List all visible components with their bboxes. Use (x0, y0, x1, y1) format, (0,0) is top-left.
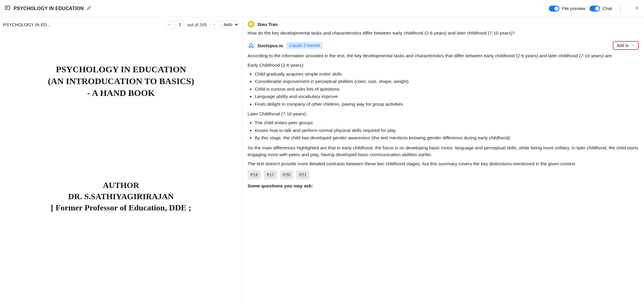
page-tag[interactable]: P20 (280, 170, 293, 179)
page-input[interactable] (175, 20, 184, 29)
list-item: Knows how to talk and perform normal phy… (255, 127, 639, 134)
list-item: The child enters peer groups (255, 120, 639, 126)
bot-intro: According to the information provided in… (248, 52, 639, 59)
preview-pane: PSYCHOLOGY IN ED... out of 265 Auto PSYC… (0, 17, 242, 304)
main-content: PSYCHOLOGY IN ED... out of 265 Auto PSYC… (0, 17, 644, 304)
bot-response: According to the information provided in… (248, 52, 639, 189)
more-menu-icon[interactable]: ⋮ (616, 4, 625, 13)
list-item: Child gradually acquires simple motor sk… (255, 71, 639, 77)
file-preview-toggle-group: File preview (549, 6, 585, 12)
doc-title-1: PSYCHOLOGY IN EDUCATION (24, 64, 218, 74)
header-left: PSYCHOLOGY IN EDUCATION (5, 5, 91, 12)
chat-pane[interactable]: D Dieu Tran How do the key developmental… (242, 17, 644, 304)
doc-author-label: AUTHOR (24, 181, 218, 190)
pager: out of 265 Auto (165, 20, 239, 29)
doc-title-2: (AN INTRODUCATION TO BASICS) (24, 76, 218, 86)
divider (629, 5, 629, 12)
early-childhood-label: Early Childhood (2-6 years): (248, 62, 639, 68)
document-page: PSYCHOLOGY IN EDUCATION (AN INTRODUCATIO… (0, 32, 242, 304)
preview-title: PSYCHOLOGY IN ED... (3, 22, 50, 27)
list-item: By this stage, the child has developed g… (255, 135, 639, 141)
svg-rect-0 (6, 6, 10, 9)
later-childhood-list: The child enters peer groups Knows how t… (255, 120, 639, 141)
user-avatar: D (248, 21, 255, 28)
header-right: File preview Chat ⋮ (549, 4, 639, 13)
bot-msg-header: Doctopus.io Claude 3 Sonnet Add to (248, 41, 639, 50)
bot-name: Doctopus.io (258, 43, 283, 48)
document-icon (5, 5, 11, 12)
bot-avatar-icon (248, 42, 255, 49)
user-question: How do the key developmental tasks and c… (248, 30, 639, 36)
list-item: Language ability and vocabulary improve (255, 93, 639, 100)
early-childhood-list: Child gradually acquires simple motor sk… (255, 71, 639, 107)
user-name: Dieu Tran (258, 22, 278, 27)
chat-toggle-group: Chat (589, 6, 612, 12)
page-tags: P19 P17 P20 P21 (248, 170, 639, 179)
preview-toolbar: PSYCHOLOGY IN ED... out of 265 Auto (0, 17, 242, 32)
close-icon[interactable] (633, 6, 639, 12)
followup-label: Some questions you may ask: (248, 182, 639, 189)
file-preview-toggle[interactable] (549, 6, 559, 12)
zoom-select[interactable]: Auto (220, 20, 239, 29)
list-item: Finds delight in company of other childr… (255, 101, 639, 107)
list-item: Considerable improvement in perceptual a… (255, 78, 639, 85)
document-viewport[interactable]: PSYCHOLOGY IN EDUCATION (AN INTRODUCATIO… (0, 32, 242, 304)
add-to-label: Add to (617, 43, 629, 48)
chat-label: Chat (602, 6, 612, 11)
add-to-button[interactable]: Add to (613, 41, 639, 50)
chat-toggle[interactable] (589, 6, 600, 12)
prev-page-button[interactable] (165, 20, 174, 29)
bot-message: Doctopus.io Claude 3 Sonnet Add to Accor… (248, 41, 639, 189)
next-page-button[interactable] (210, 20, 219, 29)
doc-author-name: DR. S.SATHIYAGIRIRAJAN (24, 192, 218, 201)
list-item: Child is curious and asks lots of questi… (255, 86, 639, 92)
user-message: D Dieu Tran How do the key developmental… (248, 21, 639, 36)
doc-author-title: [ Former Professor of Education, DDE ; (24, 203, 218, 213)
file-preview-label: File preview (562, 6, 585, 11)
bot-summary-1: So the main differences highlighted are … (248, 144, 639, 158)
page-total: out of 265 (187, 22, 207, 27)
doc-title-3: - A HAND BOOK (24, 88, 218, 98)
page-tag[interactable]: P19 (248, 170, 261, 179)
page-tag[interactable]: P21 (296, 170, 309, 179)
svg-point-1 (250, 43, 253, 46)
model-badge: Claude 3 Sonnet (286, 42, 323, 49)
later-childhood-label: Later Childhood (7-10 years): (248, 110, 639, 117)
chevron-down-icon (631, 44, 635, 47)
page-title: PSYCHOLOGY IN EDUCATION (14, 6, 84, 11)
bot-summary-2: The text doesn't provide more detailed c… (248, 160, 639, 167)
page-tag[interactable]: P17 (264, 170, 277, 179)
app-header: PSYCHOLOGY IN EDUCATION File preview Cha… (0, 0, 644, 17)
user-msg-header: D Dieu Tran (248, 21, 639, 28)
edit-icon[interactable] (87, 6, 91, 12)
